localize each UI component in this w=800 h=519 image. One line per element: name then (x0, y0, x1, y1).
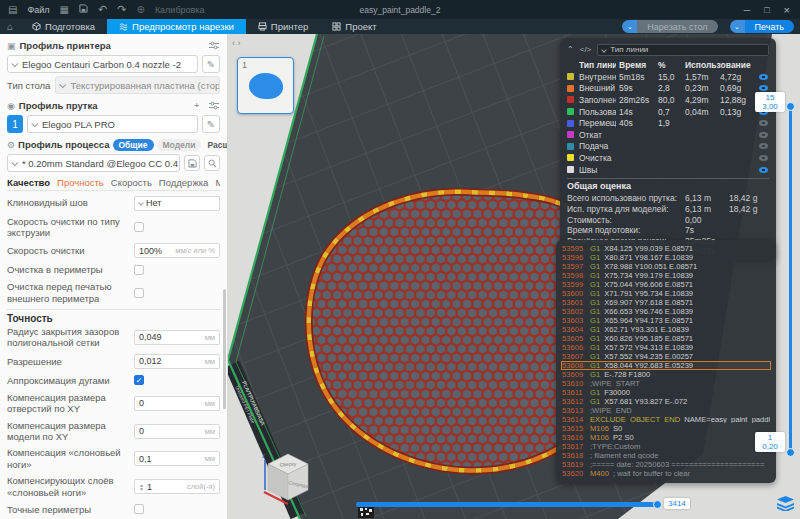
gcode-panel[interactable]: 53595G1X84.125 Y99.039 E.0857153596G1X80… (556, 240, 776, 483)
setting-stepper[interactable]: ▲▼1слой(-я) (134, 479, 220, 494)
setting-select[interactable]: Нет (134, 196, 220, 211)
collapse-legend-icon[interactable]: ⌃ (567, 45, 574, 54)
visibility-eye-icon[interactable] (759, 120, 768, 126)
gcode-line[interactable]: 53595G1X84.125 Y99.039 E.08571 (561, 244, 771, 253)
slice-button[interactable]: Нарезать стол (637, 20, 717, 33)
gcode-line[interactable]: 53611G1F30000 (561, 388, 771, 397)
calibration-label[interactable]: Калибровка (155, 5, 205, 15)
visibility-eye-icon[interactable] (759, 85, 768, 91)
plate-thumbnail[interactable]: 1 (237, 57, 294, 114)
gcode-line[interactable]: 53605G1X60.826 Y95.185 E.08571 (561, 334, 771, 343)
gcode-line[interactable]: 53596G1X80.871 Y98.167 E.10839 (561, 253, 771, 262)
gcode-line[interactable]: 53619;===== date: 20250603 =============… (561, 460, 771, 469)
tab-preview[interactable]: Предпросмотр нарезки (107, 19, 246, 34)
move-slider[interactable] (356, 502, 658, 507)
tab-project[interactable]: Проект (320, 19, 388, 34)
print-split-button[interactable]: ⌄ Печать (730, 20, 794, 33)
setting-input[interactable]: 100%мм/с или % (134, 243, 220, 258)
process-save-icon[interactable] (184, 155, 200, 171)
preview-viewport[interactable]: PLA/TPU/ABS/ASA Textured PEI Plate Z (228, 34, 800, 519)
sidebar-scrollbar[interactable] (223, 289, 226, 409)
tab-printer[interactable]: Принтер (246, 19, 320, 34)
gcode-line[interactable]: 53613;WIPE_END (561, 406, 771, 415)
gcode-line[interactable]: 53598G1X75.734 Y99.179 E.10839 (561, 271, 771, 280)
visibility-eye-icon[interactable] (759, 143, 768, 149)
setting-checkbox[interactable] (134, 265, 144, 275)
printer-select[interactable]: Elegoo Centauri Carbon 0.4 nozzle -2 (7, 55, 198, 73)
gcode-line[interactable]: 53599G1X75.044 Y96.606 E.08571 (561, 280, 771, 289)
save-icon[interactable] (79, 4, 88, 15)
gcode-line[interactable]: 53607G1X57.552 Y94.235 E.00257 (561, 352, 771, 361)
layer-range-slider[interactable] (789, 106, 792, 453)
visibility-eye-icon[interactable] (759, 74, 768, 80)
redo-icon[interactable]: ↷ (117, 4, 126, 15)
visibility-eye-icon[interactable] (759, 155, 768, 161)
setting-input[interactable]: 0,1мм (134, 451, 220, 466)
stepper-arrows[interactable]: ▲▼ (139, 483, 144, 491)
gcode-line[interactable]: 53602G1X66.653 Y96.746 E.10839 (561, 307, 771, 316)
gcode-line[interactable]: 53606G1X57.572 Y94.313 E.10839 (561, 343, 771, 352)
filament-settings-icon[interactable] (207, 100, 220, 111)
layer-slider-bottom-handle[interactable] (786, 448, 795, 457)
print-button[interactable]: Печать (745, 20, 794, 33)
view-grid-icon[interactable]: ▦ (60, 5, 69, 15)
gcode-line[interactable]: 53608G1X58.044 Y92.683 E.05239 (561, 361, 771, 370)
gcode-line[interactable]: 53616M106P2 S0 (561, 433, 771, 442)
print-dropdown-icon[interactable]: ⌄ (730, 20, 745, 33)
process-tab-global[interactable]: Общие (113, 139, 154, 151)
setting-checkbox[interactable]: ✓ (134, 375, 144, 385)
view-mode-select[interactable]: Тип линии (597, 44, 769, 56)
param-tab[interactable]: ММ принтер (215, 177, 220, 188)
setting-input[interactable]: 0мм (134, 424, 220, 439)
tab-prepare[interactable]: Подготовка (20, 19, 107, 34)
setting-input[interactable]: 0,012мм (134, 354, 220, 369)
param-tab[interactable]: Скорость (111, 177, 152, 188)
process-tab-objects[interactable]: Модели (157, 139, 202, 151)
visibility-eye-icon[interactable] (759, 167, 768, 173)
gcode-line[interactable]: 53597G1X78.988 Y100.051 E.08571 (561, 262, 771, 271)
gcode-line[interactable]: 53604G1X62.71 Y93.301 E.10839 (561, 325, 771, 334)
collapse-panel-icon[interactable]: ‹ › (232, 38, 241, 48)
setting-checkbox[interactable] (134, 288, 144, 298)
close-button[interactable]: × (784, 4, 790, 16)
menu-icon[interactable]: ▤ (8, 5, 17, 15)
minimize-button[interactable]: ─ (744, 5, 750, 15)
slice-split-button[interactable]: ⌄ Нарезать стол (622, 20, 717, 33)
param-tab[interactable]: Поддержка (159, 177, 209, 188)
layer-slider-top-handle[interactable] (786, 102, 795, 111)
filament-select[interactable]: Elegoo PLA PRO (27, 115, 198, 133)
setting-input[interactable]: 0,049мм (134, 330, 220, 345)
gcode-line[interactable]: 53614EXCLUDE_OBJECT_ENDNAME=easy_paint_p… (561, 415, 771, 424)
process-select[interactable]: * 0.20mm Standard @Elegoo CC 0.4 nozzle (7, 154, 180, 172)
setting-input[interactable]: 0мм (134, 396, 220, 411)
gcode-view-icon[interactable]: </> (580, 45, 592, 54)
gcode-line[interactable]: 53600G1X71.791 Y95.734 E.10839 (561, 289, 771, 298)
setting-checkbox[interactable] (134, 504, 144, 514)
add-filament-icon[interactable]: + (190, 100, 203, 111)
file-menu[interactable]: Файл (27, 5, 49, 15)
gcode-line[interactable]: 53618; filament end gcode (561, 451, 771, 460)
param-tab[interactable]: Качество (7, 177, 50, 188)
layers-view-icon[interactable] (777, 496, 794, 515)
gcode-line[interactable]: 53609G1E-.728 F1800 (561, 370, 771, 379)
gcode-line[interactable]: 53617;TYPE:Custom (561, 442, 771, 451)
home-icon[interactable]: ⌂ (0, 19, 20, 34)
visibility-eye-icon[interactable] (759, 132, 768, 138)
gcode-line[interactable]: 53603G1X65.964 Y94.173 E.08571 (561, 316, 771, 325)
param-tab[interactable]: Прочность (57, 177, 104, 188)
filament-edit-button[interactable]: ✎ (202, 115, 220, 133)
gcode-line[interactable]: 53615M106S0 (561, 424, 771, 433)
setting-checkbox[interactable] (134, 222, 144, 232)
gcode-line[interactable]: 53610;WIPE_START (561, 379, 771, 388)
printer-edit-button[interactable]: ✎ (202, 55, 220, 73)
move-slider-handle[interactable] (653, 500, 662, 509)
maximize-button[interactable]: □ (764, 5, 769, 15)
process-search-icon[interactable] (204, 155, 220, 171)
printer-settings-icon[interactable] (207, 40, 220, 51)
slice-dropdown-icon[interactable]: ⌄ (622, 20, 637, 33)
filament-index-badge[interactable]: 1 (7, 115, 23, 133)
gcode-line[interactable]: 53601G1X69.907 Y97.618 E.08571 (561, 298, 771, 307)
gcode-line[interactable]: 53612G1X57.681 Y93.827 E-.072 (561, 397, 771, 406)
undo-icon[interactable]: ↶ (98, 4, 107, 15)
gcode-line[interactable]: 53620M400; wait for buffer to clear (561, 469, 771, 478)
